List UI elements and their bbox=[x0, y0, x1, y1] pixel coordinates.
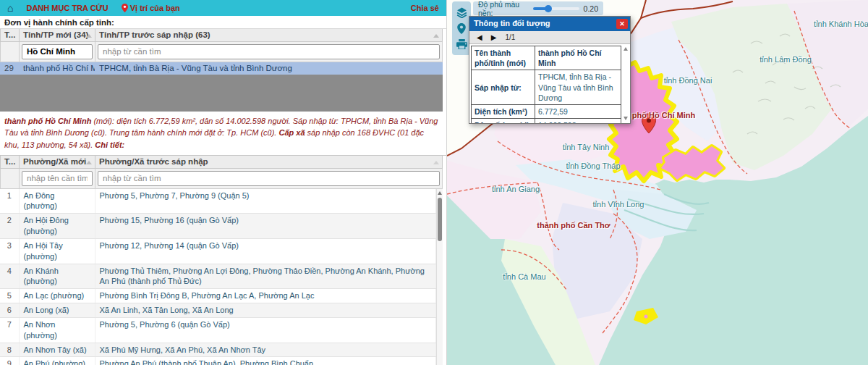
popup-title-label: Thông tin đối tượng bbox=[474, 19, 550, 28]
ward-table-scrollbar[interactable] bbox=[436, 189, 443, 365]
table-row[interactable]: 5An Lạc (phường)Phường Bình Trị Đông B, … bbox=[0, 289, 436, 303]
popup-attribute-row: Diện tích (km²)6.772,59 bbox=[472, 104, 621, 118]
row-new-name: An Hội Đông (phường) bbox=[19, 214, 95, 239]
row-old-names: Phường An Phú (thành phố Thuận An), Phườ… bbox=[95, 357, 436, 365]
col-num-label: T... bbox=[4, 157, 15, 166]
table-row[interactable]: 7An Nhơn (phường)Phường 5, Phường 6 (quậ… bbox=[0, 317, 436, 343]
table-row[interactable]: 4An Khánh (phường)Phường Thủ Thiêm, Phườ… bbox=[0, 264, 436, 289]
attribute-value: thành phố Hồ Chí Minh bbox=[535, 46, 621, 70]
close-icon[interactable]: ✕ bbox=[616, 19, 628, 29]
merge-description: thành phố Hồ Chí Minh (mới): diện tích 6… bbox=[0, 112, 446, 156]
row-old-names: Phường Thủ Thiêm, Phường An Lợi Đông, Ph… bbox=[95, 264, 436, 289]
row-new-name: An Khánh (phường) bbox=[19, 264, 95, 289]
table-row[interactable]: 3An Hội Tây (phường)Phường 12, Phường 14… bbox=[0, 238, 436, 264]
row-num: 5 bbox=[0, 289, 19, 303]
row-old-names: Xã Phú Mỹ Hưng, Xã An Phú, Xã An Nhơn Tâ… bbox=[95, 343, 436, 357]
page-counter: 1/1 bbox=[505, 33, 515, 41]
province-new-filter-input[interactable] bbox=[22, 44, 93, 59]
share-label: Chia sẻ bbox=[411, 4, 439, 12]
opacity-label: Độ phủ màu nền: bbox=[478, 0, 529, 17]
ward-filter-empty bbox=[1, 168, 20, 188]
popup-attribute-table: Tên thành phố/tỉnh (mới)thành phố Hồ Chí… bbox=[471, 46, 621, 123]
map-panel: tỉnh Khánh Hòatỉnh Lâm Đồngtỉnh Đồng Nai… bbox=[447, 0, 868, 365]
row-new-name: thành phố Hồ Chí Minh bbox=[20, 62, 95, 74]
ward-col-num[interactable]: T... bbox=[1, 156, 20, 168]
row-num: 6 bbox=[0, 303, 19, 318]
province-table: T... Tỉnh/TP mới (34) Tỉnh/TP trước sáp … bbox=[0, 29, 443, 75]
popup-scrollbar[interactable] bbox=[623, 46, 629, 122]
menu-vi-tri-cua-ban[interactable]: Vị trí của bạn bbox=[122, 4, 180, 12]
ward-col-new[interactable]: Phường/Xã mới bbox=[20, 156, 95, 168]
province-old-filter-input[interactable] bbox=[98, 44, 440, 59]
attribute-label: Sáp nhập từ: bbox=[472, 70, 535, 105]
table-row[interactable]: 6An Long (xã)Xã An Linh, Xã Tân Long, Xã… bbox=[0, 303, 436, 318]
row-new-name: An Lạc (phường) bbox=[19, 289, 95, 303]
row-num: 29 bbox=[1, 62, 20, 74]
location-label: Vị trí của bạn bbox=[130, 4, 180, 12]
row-new-name: An Phú (phường) bbox=[19, 357, 95, 365]
sort-icon[interactable] bbox=[433, 34, 439, 38]
sort-icon[interactable] bbox=[433, 161, 439, 164]
row-num: 9 bbox=[0, 357, 19, 365]
layers-icon bbox=[456, 7, 467, 18]
popup-attribute-row: Sáp nhập từ:TPHCM, tỉnh Bà Rịa - Vũng Tà… bbox=[472, 70, 621, 105]
sort-icon[interactable] bbox=[86, 161, 92, 164]
attribute-label: Tên thành phố/tỉnh (mới) bbox=[472, 46, 535, 70]
province-col-num[interactable]: T... bbox=[1, 29, 20, 41]
layers-button[interactable] bbox=[456, 7, 467, 18]
slider-knob[interactable] bbox=[545, 5, 552, 12]
table-row[interactable]: 1An Đông (phường)Phường 5, Phường 7, Phư… bbox=[0, 189, 436, 214]
scroll-up-icon[interactable] bbox=[438, 191, 442, 195]
ward-old-filter-input[interactable] bbox=[98, 171, 440, 186]
row-old-names: Phường 5, Phường 7, Phường 9 (Quận 5) bbox=[95, 189, 436, 214]
row-num: 1 bbox=[0, 189, 19, 214]
attribute-value: TPHCM, tỉnh Bà Rịa - Vũng Tàu và tỉnh Bì… bbox=[535, 70, 621, 105]
table-row[interactable]: 9An Phú (phường)Phường An Phú (thành phố… bbox=[0, 357, 436, 365]
sort-icon[interactable] bbox=[86, 34, 92, 38]
prev-page-icon[interactable]: ◀ bbox=[477, 34, 482, 41]
ward-new-filter-input[interactable] bbox=[22, 171, 93, 186]
province-filter-empty bbox=[1, 41, 20, 62]
location-pin-icon bbox=[122, 4, 128, 12]
opacity-slider[interactable] bbox=[533, 7, 579, 10]
locate-button[interactable] bbox=[456, 22, 467, 34]
province-section-title: Đơn vị hành chính cấp tỉnh: bbox=[0, 16, 446, 29]
ward-rows-table: 1An Đông (phường)Phường 5, Phường 7, Phư… bbox=[0, 189, 436, 365]
col-old-label: Tỉnh/TP trước sáp nhập (63) bbox=[99, 30, 210, 39]
empty-grid-area bbox=[0, 75, 443, 112]
row-num: 3 bbox=[0, 238, 19, 264]
province-col-old[interactable]: Tỉnh/TP trước sáp nhập (63) bbox=[95, 29, 443, 41]
popup-body: Tên thành phố/tỉnh (mới)thành phố Hồ Chí… bbox=[469, 44, 630, 123]
row-num: 2 bbox=[0, 214, 19, 239]
scrollbar-thumb[interactable] bbox=[438, 198, 442, 241]
table-row[interactable]: 8An Nhơn Tây (xã)Xã Phú Mỹ Hưng, Xã An P… bbox=[0, 343, 436, 357]
row-old-names: TPHCM, tỉnh Bà Rịa - Vũng Tàu và tỉnh Bì… bbox=[95, 62, 443, 74]
row-new-name: An Long (xã) bbox=[19, 303, 95, 318]
row-new-name: An Đông (phường) bbox=[19, 189, 95, 214]
table-row[interactable]: 2An Hội Đông (phường)Phường 15, Phường 1… bbox=[0, 214, 436, 239]
col-new-label: Tỉnh/TP mới (34) bbox=[23, 30, 88, 39]
next-page-icon[interactable]: ▶ bbox=[491, 34, 497, 41]
menu-danh-muc-tra-cuu[interactable]: DANH MỤC TRA CỨU bbox=[26, 4, 108, 12]
scroll-up-icon[interactable] bbox=[624, 47, 628, 51]
attribute-label: Dân số (người) bbox=[472, 119, 535, 123]
location-pin-icon bbox=[457, 23, 466, 34]
app: ⌂ DANH MỤC TRA CỨU Vị trí của bạn Chia s… bbox=[0, 0, 868, 365]
row-num: 4 bbox=[0, 264, 19, 289]
row-old-names: Xã An Linh, Xã Tân Long, Xã An Long bbox=[95, 303, 436, 318]
home-icon[interactable]: ⌂ bbox=[7, 3, 13, 13]
popup-attribute-row: Tên thành phố/tỉnh (mới)thành phố Hồ Chí… bbox=[472, 46, 621, 70]
printer-icon bbox=[456, 39, 467, 49]
row-new-name: An Hội Tây (phường) bbox=[19, 238, 95, 264]
province-col-new[interactable]: Tỉnh/TP mới (34) bbox=[20, 29, 95, 41]
scroll-down-icon[interactable] bbox=[624, 117, 628, 120]
row-old-names: Phường Bình Trị Đông B, Phường An Lạc A,… bbox=[95, 289, 436, 303]
share-button[interactable]: Chia sẻ bbox=[411, 4, 439, 12]
menu-label: DANH MỤC TRA CỨU bbox=[26, 4, 108, 12]
ward-col-old[interactable]: Phường/Xã trước sáp nhập bbox=[95, 156, 443, 168]
ward-table-body: 1An Đông (phường)Phường 5, Phường 7, Phư… bbox=[0, 189, 443, 365]
province-selected-row[interactable]: 29 thành phố Hồ Chí Minh TPHCM, tỉnh Bà … bbox=[1, 62, 443, 74]
popup-titlebar: Thông tin đối tượng ✕ bbox=[469, 17, 630, 31]
print-button[interactable] bbox=[456, 38, 467, 50]
row-num: 7 bbox=[0, 317, 19, 343]
